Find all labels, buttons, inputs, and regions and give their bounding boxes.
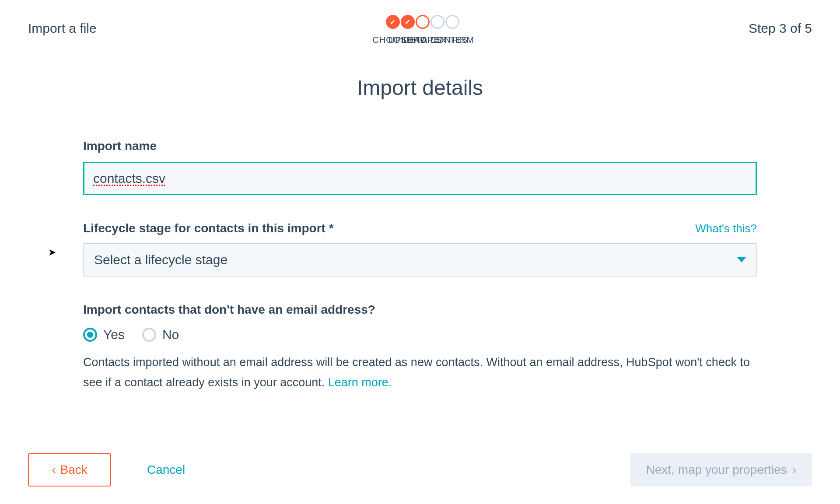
step-circle-choose: ✓: [386, 15, 400, 29]
lifecycle-select[interactable]: Select a lifecycle stage: [83, 243, 757, 276]
import-name-label: Import name: [83, 139, 757, 153]
page-heading: Import details: [357, 76, 483, 100]
wizard-stepper: ✓ CHOOSE ✓ UPLOAD DETAILS PROPERTIES: [97, 10, 749, 45]
learn-more-link[interactable]: Learn more.: [328, 376, 392, 389]
import-details-form: Import name Lifecycle stage for contacts…: [83, 139, 757, 419]
wizard-header: Import a file ✓ CHOOSE ✓ UPLOAD DETAILS: [0, 0, 840, 49]
radio-no-label: No: [162, 327, 179, 342]
cancel-button[interactable]: Cancel: [133, 453, 199, 486]
next-button-label: Next, map your properties: [646, 463, 787, 477]
radio-no[interactable]: No: [142, 327, 179, 342]
step-circle-properties: [430, 15, 444, 29]
caret-down-icon: [737, 257, 746, 262]
hint-text-body: Contacts imported without an email addre…: [83, 356, 750, 389]
wizard-footer: ‹ Back Cancel Next, map your properties …: [0, 440, 840, 504]
chevron-right-icon: ›: [792, 463, 796, 477]
radio-yes[interactable]: Yes: [83, 327, 125, 342]
radio-yes-label: Yes: [103, 327, 125, 342]
step-counter: Step 3 of 5: [749, 10, 812, 36]
no-email-label: Import contacts that don't have an email…: [83, 303, 757, 317]
lifecycle-label: Lifecycle stage for contacts in this imp…: [83, 221, 334, 235]
lifecycle-select-placeholder: Select a lifecycle stage: [94, 252, 228, 267]
radio-circle-icon: [142, 328, 156, 342]
back-button-label: Back: [60, 463, 88, 477]
next-button[interactable]: Next, map your properties ›: [630, 453, 812, 486]
back-button[interactable]: ‹ Back: [28, 453, 111, 486]
no-email-hint: Contacts imported without an email addre…: [83, 353, 757, 393]
radio-dot-icon: [87, 332, 93, 338]
import-name-field: Import name: [83, 139, 757, 195]
check-icon: ✓: [405, 18, 410, 26]
radio-circle-icon: [83, 328, 97, 342]
page-title-small: Import a file: [28, 10, 97, 36]
lifecycle-field: Lifecycle stage for contacts in this imp…: [83, 221, 757, 276]
step-label-confirm: CONFIRM: [430, 35, 474, 45]
main-content: Import details Import name Lifecycle sta…: [0, 49, 840, 440]
chevron-left-icon: ‹: [52, 463, 56, 477]
no-email-field: Import contacts that don't have an email…: [83, 303, 757, 393]
step-circle-upload: ✓: [401, 15, 415, 29]
check-icon: ✓: [390, 18, 396, 26]
import-name-input[interactable]: [83, 162, 757, 195]
step-circle-details: [416, 15, 430, 29]
step-circle-confirm: [445, 15, 459, 29]
whats-this-link[interactable]: What's this?: [695, 222, 757, 235]
